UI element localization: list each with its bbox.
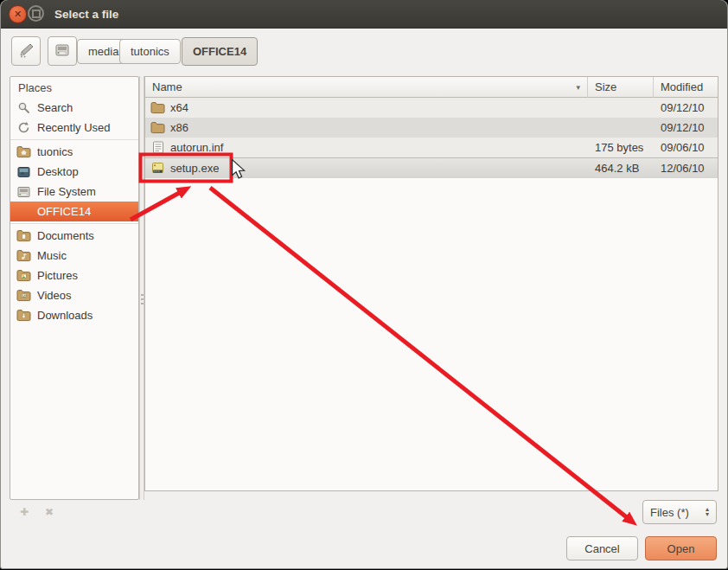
drive-icon (54, 42, 71, 61)
videos-folder-icon (16, 289, 31, 303)
file-size: 464.2 kB (588, 158, 654, 178)
sidebar-item-office14[interactable]: OFFICE14 (10, 202, 138, 221)
places-header: Places (10, 77, 138, 98)
recent-icon (16, 121, 31, 135)
cancel-button[interactable]: Cancel (566, 536, 638, 560)
file-modified: 09/12/10 (654, 98, 718, 118)
column-header-modified[interactable]: Modified (654, 77, 718, 98)
sidebar-item-search[interactable]: Search (10, 98, 138, 118)
pictures-folder-icon (16, 269, 31, 283)
remove-bookmark-button[interactable]: ✖ (42, 505, 56, 519)
file-row-x64[interactable]: x64 09/12/10 (145, 98, 718, 118)
sidebar-item-tuonics[interactable]: tuonics (10, 142, 138, 162)
column-header-label: Name (152, 80, 182, 93)
folder-icon (150, 121, 165, 135)
restore-button[interactable] (28, 5, 44, 22)
sidebar-item-desktop[interactable]: Desktop (10, 162, 138, 182)
cancel-button-label: Cancel (584, 542, 619, 555)
file-row-setup-exe[interactable]: setup.exe 464.2 kB 12/06/10 (145, 157, 718, 178)
sidebar-item-pictures[interactable]: Pictures (10, 266, 138, 285)
path-button-label: media (88, 45, 118, 58)
file-name: autorun.inf (170, 141, 223, 154)
sidebar-item-documents[interactable]: Documents (10, 226, 138, 246)
restore-icon (32, 10, 41, 18)
column-header-label: Size (595, 80, 616, 93)
path-button-label: tutonics (131, 45, 169, 58)
sidebar-item-label: tuonics (37, 145, 73, 158)
places-sidebar: Places Search Recently Used tuonics (10, 76, 139, 500)
sidebar-item-videos[interactable]: Videos (10, 285, 138, 305)
sidebar-item-downloads[interactable]: Downloads (10, 305, 138, 325)
path-button-tutonics[interactable]: tutonics (119, 39, 181, 64)
path-button-office14[interactable]: OFFICE14 (182, 37, 258, 66)
sidebar-item-label: Recently Used (37, 121, 111, 134)
text-file-icon (150, 141, 165, 155)
file-chooser-dialog: ✕ Select a file (0, 0, 728, 569)
file-list-header: Name ▾ Size Modified (145, 77, 718, 98)
file-modified: 09/12/10 (654, 118, 718, 138)
sidebar-item-label: Documents (37, 229, 94, 242)
sidebar-item-recently-used[interactable]: Recently Used (10, 118, 138, 138)
file-name: setup.exe (170, 162, 219, 175)
sidebar-item-music[interactable]: Music (10, 246, 138, 266)
file-name: x86 (170, 121, 188, 134)
sidebar-item-label: File System (37, 185, 96, 198)
music-folder-icon (16, 249, 31, 263)
spinner-down-icon: ▾ (706, 512, 709, 517)
documents-folder-icon (16, 229, 31, 243)
drive-icon (16, 185, 31, 199)
sidebar-separator (10, 139, 138, 140)
file-size (588, 118, 654, 138)
file-filter-value: Files (*) (650, 506, 689, 519)
sidebar-item-label: Music (37, 249, 67, 262)
sidebar-item-label: Downloads (37, 309, 93, 322)
folder-icon (150, 101, 165, 115)
screenshot-root: ✕ Select a file (0, 0, 728, 570)
type-filename-button[interactable] (11, 36, 41, 66)
open-button[interactable]: Open (645, 536, 717, 560)
spinner-arrows-icon: ▴ ▾ (706, 507, 709, 517)
cross-icon: ✖ (45, 506, 54, 518)
file-row-x86[interactable]: x86 09/12/10 (145, 118, 718, 138)
file-name: x64 (170, 101, 188, 114)
file-list: Name ▾ Size Modified x64 09/12 (144, 76, 718, 491)
no-icon (16, 205, 31, 219)
home-folder-icon (16, 145, 31, 159)
column-header-label: Modified (661, 80, 703, 93)
grip-dots-icon (141, 294, 144, 296)
path-button-label: OFFICE14 (193, 45, 246, 58)
plus-icon: ✚ (20, 506, 29, 518)
column-header-name[interactable]: Name ▾ (145, 77, 588, 98)
downloads-folder-icon (16, 309, 31, 323)
close-icon: ✕ (14, 10, 22, 19)
column-header-size[interactable]: Size (588, 77, 654, 98)
file-size (588, 98, 654, 118)
desktop-icon (16, 165, 31, 179)
close-button[interactable]: ✕ (9, 5, 27, 23)
sidebar-item-label: Desktop (37, 165, 79, 178)
open-button-label: Open (667, 542, 695, 555)
file-modified: 12/06/10 (654, 158, 718, 178)
sidebar-separator (10, 223, 138, 224)
sidebar-item-label: OFFICE14 (37, 205, 91, 218)
file-size: 175 bytes (588, 138, 654, 157)
pen-icon (17, 42, 35, 61)
file-row-autorun-inf[interactable]: autorun.inf 175 bytes 09/06/10 (145, 138, 718, 157)
sidebar-item-label: Pictures (37, 269, 78, 282)
titlebar: ✕ Select a file (1, 0, 727, 29)
filesystem-root-button[interactable] (48, 36, 77, 66)
file-modified: 09/06/10 (654, 138, 718, 157)
sidebar-item-file-system[interactable]: File System (10, 182, 138, 202)
window-title: Select a file (54, 0, 118, 28)
add-bookmark-button[interactable]: ✚ (17, 505, 31, 519)
sort-descending-icon: ▾ (576, 83, 580, 92)
executable-icon (150, 162, 165, 176)
search-icon (16, 101, 31, 115)
sidebar-item-label: Search (37, 101, 73, 114)
file-filter-dropdown[interactable]: Files (*) ▴ ▾ (642, 500, 717, 524)
sidebar-item-label: Videos (37, 289, 72, 302)
